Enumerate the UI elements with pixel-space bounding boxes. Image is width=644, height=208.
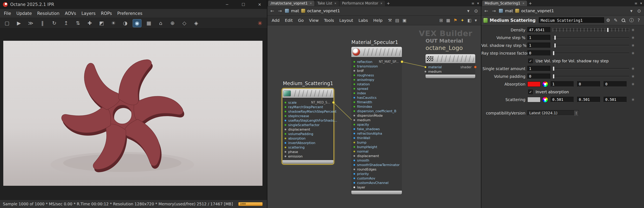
pane-list-icon[interactable]: ≡	[472, 1, 474, 5]
magnifier-icon[interactable]	[621, 18, 626, 22]
green-connector-icon[interactable]	[354, 88, 355, 90]
blue-connector-icon[interactable]	[284, 142, 286, 144]
param-displacement[interactable]: displacement	[351, 154, 402, 158]
display-box-icon[interactable]: ▣	[402, 18, 406, 23]
blue-connector-icon[interactable]	[354, 182, 355, 184]
network-menu-add[interactable]: Add	[269, 16, 282, 25]
picker-crosshair-icon[interactable]: ✚	[86, 19, 94, 27]
blue-connector-icon[interactable]	[354, 128, 355, 130]
param-priority[interactable]: priority	[351, 172, 402, 176]
blue-connector-icon[interactable]	[354, 164, 355, 166]
gray-connector-icon[interactable]	[284, 156, 286, 157]
param-invertabsorption[interactable]: invertAbsorption	[282, 140, 334, 145]
out-node-name[interactable]: octane_Logo	[426, 44, 463, 51]
value-field[interactable]: 1	[528, 42, 550, 48]
info-icon[interactable]: ⓘ	[629, 17, 634, 24]
param-raymarchsteppercent[interactable]: rayMarchStepPercent	[282, 105, 334, 109]
octane-menu-resolution[interactable]: Resolution	[34, 9, 62, 18]
octane-viewport[interactable]	[0, 28, 267, 200]
param-shadowraymarchsteppercent[interactable]: shadowRayMarchStepPercent	[282, 109, 334, 114]
brush-icon[interactable]: ✎	[614, 18, 618, 23]
checkbox[interactable]: ✓	[528, 59, 533, 63]
wire-material-to-out[interactable]	[402, 62, 426, 67]
param-smooth[interactable]: smooth	[351, 158, 402, 162]
spin-down-icon[interactable]: ▾	[576, 113, 577, 115]
slider-handle[interactable]	[554, 43, 556, 48]
value-field[interactable]: 0.501	[577, 97, 600, 102]
close-tab-icon[interactable]: ✕	[334, 0, 336, 6]
blue-connector-icon[interactable]	[354, 132, 355, 134]
green-connector-icon[interactable]	[354, 61, 355, 63]
value-field[interactable]: 0	[604, 81, 626, 87]
close-tab-icon[interactable]: ✕	[310, 0, 312, 6]
value-field[interactable]: 0.501	[604, 97, 626, 102]
channel-sparkle-icon[interactable]: ✳	[631, 80, 635, 88]
octane-menu-aovs[interactable]: AOVs	[62, 9, 79, 18]
forward-arrow-icon[interactable]: →	[277, 8, 283, 14]
yellow-connector-icon[interactable]	[424, 66, 426, 68]
grid-snap-icon[interactable]: ⊞	[440, 18, 443, 23]
green-connector-icon[interactable]	[354, 110, 355, 112]
param-reflection[interactable]: reflectionNT_MAT_SP...	[351, 60, 402, 64]
param-medium[interactable]: medium	[351, 118, 402, 122]
parm-slider[interactable]	[553, 42, 629, 49]
channel-sparkle-icon[interactable]: ✳	[631, 49, 635, 57]
param-rotation[interactable]: rotation	[351, 82, 402, 86]
channel-sparkle-icon[interactable]: ✳	[631, 34, 635, 42]
param-brdf[interactable]: brdf	[351, 68, 402, 73]
gray-connector-icon[interactable]	[284, 151, 286, 153]
network-canvas[interactable]: VEX Builder Material_Specular1 reflectio…	[268, 25, 481, 208]
param-bumpheight[interactable]: bumpHeight	[351, 145, 402, 149]
network-menu-tools[interactable]: Tools	[322, 16, 337, 25]
gray-connector-icon[interactable]	[284, 128, 286, 130]
channel-sparkle-icon[interactable]: ✳	[631, 96, 635, 104]
color-swatch[interactable]	[528, 82, 540, 87]
blue-connector-icon[interactable]	[354, 137, 355, 139]
network-menu-labs[interactable]: Labs	[356, 16, 371, 25]
tree-list-icon[interactable]: ▤	[395, 18, 399, 23]
chevron-down-icon[interactable]: ▾	[640, 1, 642, 5]
param-emission[interactable]: emission	[282, 154, 334, 158]
contrast-icon[interactable]: ◑	[121, 19, 130, 27]
parm-slider[interactable]	[553, 65, 629, 72]
node-header[interactable]	[426, 54, 475, 63]
dropdown-select[interactable]: Latest (2024.1)▴▾	[528, 110, 579, 116]
green-connector-icon[interactable]	[284, 133, 286, 135]
gray-connector-icon[interactable]	[424, 71, 426, 72]
param-dispersionmode[interactable]: dispersionMode	[351, 113, 402, 118]
out-param-medium[interactable]: medium	[426, 69, 475, 74]
node-footer[interactable]	[426, 74, 475, 78]
param-absorption[interactable]: absorption	[282, 136, 334, 140]
flag-icon[interactable]: ⚑	[454, 18, 457, 23]
tab-take-list[interactable]: Take List✕	[315, 0, 339, 6]
green-connector-icon[interactable]	[354, 66, 355, 67]
value-field[interactable]: 47.6541	[528, 27, 550, 32]
param-useraysteplengthforshado[interactable]: useRayStepLengthForShado...	[282, 118, 334, 123]
node-material-specular[interactable]: reflectionNT_MAT_SP...transmissionbrdfro…	[351, 47, 402, 194]
tab-performance-monitor[interactable]: Performance Monitor✕	[340, 0, 385, 6]
color-wheel-icon[interactable]	[542, 97, 548, 102]
material-ball-icon[interactable]: ◈	[192, 19, 200, 27]
param-thinwall[interactable]: thinWall	[351, 136, 402, 140]
breadcrumb-root[interactable]: mat	[505, 8, 513, 13]
value-field[interactable]: 0	[577, 81, 600, 87]
green-connector-icon[interactable]	[354, 83, 355, 85]
param-displacement[interactable]: displacement	[282, 127, 334, 132]
slider-handle[interactable]	[553, 74, 554, 79]
octane-kernel-icon[interactable]: ✳	[256, 20, 264, 27]
param-opacity[interactable]: opacity	[351, 122, 402, 127]
value-field[interactable]: 0	[528, 74, 550, 79]
param-scale[interactable]: scaleNT_MED_S...	[282, 100, 334, 105]
param-volumepadding[interactable]: volumePadding	[282, 132, 334, 136]
color-swatch[interactable]	[528, 97, 540, 102]
node-title-medium-scattering[interactable]: Medium_Scattering1	[283, 81, 333, 86]
back-arrow-icon[interactable]: ←	[484, 8, 489, 14]
network-menu-edit[interactable]: Edit	[282, 16, 296, 25]
slider-handle[interactable]	[553, 51, 554, 56]
pause-icon[interactable]: ∥	[38, 19, 47, 27]
value-field[interactable]: 1	[528, 35, 550, 40]
octane-menu-rops[interactable]: ROPs	[98, 9, 114, 18]
output-connector-icon[interactable]	[332, 102, 335, 104]
network-menu-help[interactable]: Help	[370, 16, 385, 25]
render-view-icon[interactable]: ◉	[133, 19, 141, 27]
